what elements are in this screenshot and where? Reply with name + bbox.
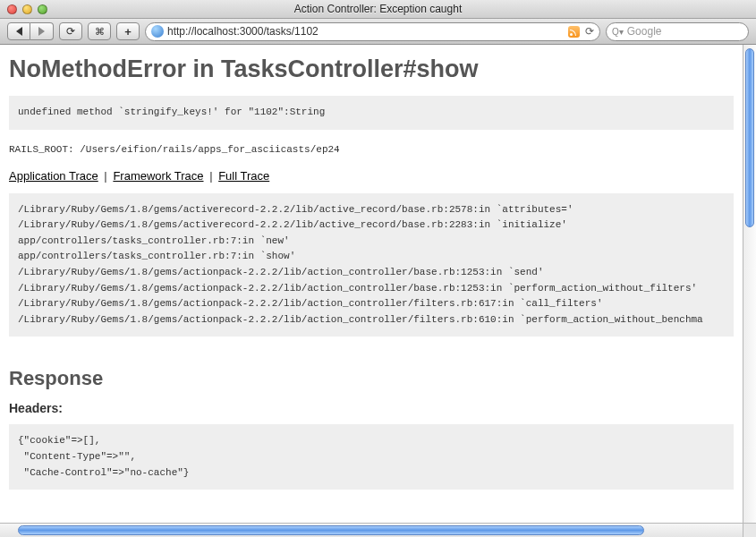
zoom-window-button[interactable] — [38, 4, 47, 14]
response-heading: Response — [9, 367, 734, 390]
framework-trace-link[interactable]: Framework Trace — [113, 169, 203, 183]
back-button[interactable] — [7, 22, 30, 40]
vertical-scroll-thumb[interactable] — [745, 48, 754, 227]
search-placeholder: Google — [627, 25, 662, 38]
forward-icon — [38, 27, 45, 36]
add-tab-button[interactable]: + — [116, 22, 140, 40]
reload-icon: ⟳ — [66, 25, 75, 38]
window-title: Action Controller: Exception caught — [0, 3, 756, 15]
site-icon — [151, 25, 164, 38]
response-headers: {"cookie"=>[], "Content-Type"=>"", "Cach… — [9, 424, 734, 490]
forward-button[interactable] — [30, 22, 54, 40]
reload-button[interactable]: ⟳ — [59, 22, 82, 40]
trace-links: Application Trace | Framework Trace | Fu… — [9, 169, 734, 183]
application-trace-link[interactable]: Application Trace — [9, 169, 98, 183]
bookmark-button[interactable]: ⌘ — [88, 22, 111, 40]
rails-root-path: /Users/eifion/rails/apps_for_asciicasts/… — [80, 144, 339, 155]
reload-inline-icon[interactable]: ⟳ — [585, 25, 594, 38]
rails-root: RAILS_ROOT: /Users/eifion/rails/apps_for… — [9, 144, 734, 155]
horizontal-scroll-thumb[interactable] — [18, 525, 644, 535]
window-titlebar: Action Controller: Exception caught — [0, 0, 756, 19]
full-trace-link[interactable]: Full Trace — [218, 169, 269, 183]
rails-root-label: RAILS_ROOT: — [9, 144, 74, 155]
search-field[interactable]: Q▾ Google — [606, 22, 749, 41]
error-title: NoMethodError in TasksController#show — [9, 55, 734, 83]
error-message: undefined method `stringify_keys!' for "… — [9, 96, 734, 130]
back-icon — [16, 27, 22, 36]
bookmark-icon: ⌘ — [95, 26, 105, 38]
resize-corner[interactable] — [743, 523, 756, 537]
rss-icon[interactable] — [568, 26, 580, 38]
address-bar[interactable]: http://localhost:3000/tasks/1102 ⟳ — [145, 22, 600, 41]
plus-icon: + — [124, 25, 132, 38]
stack-trace: /Library/Ruby/Gems/1.8/gems/activerecord… — [9, 193, 734, 337]
minimize-window-button[interactable] — [22, 4, 32, 14]
url-text: http://localhost:3000/tasks/1102 — [167, 25, 565, 38]
page-content: NoMethodError in TasksController#show un… — [0, 45, 743, 523]
search-provider-icon: Q▾ — [612, 27, 624, 37]
close-window-button[interactable] — [7, 4, 17, 14]
window-controls — [0, 4, 47, 14]
vertical-scrollbar[interactable] — [743, 45, 756, 523]
headers-label: Headers: — [9, 401, 734, 415]
browser-toolbar: ⟳ ⌘ + http://localhost:3000/tasks/1102 ⟳… — [0, 19, 756, 45]
nav-buttons — [7, 22, 54, 40]
horizontal-scrollbar[interactable] — [0, 523, 743, 537]
